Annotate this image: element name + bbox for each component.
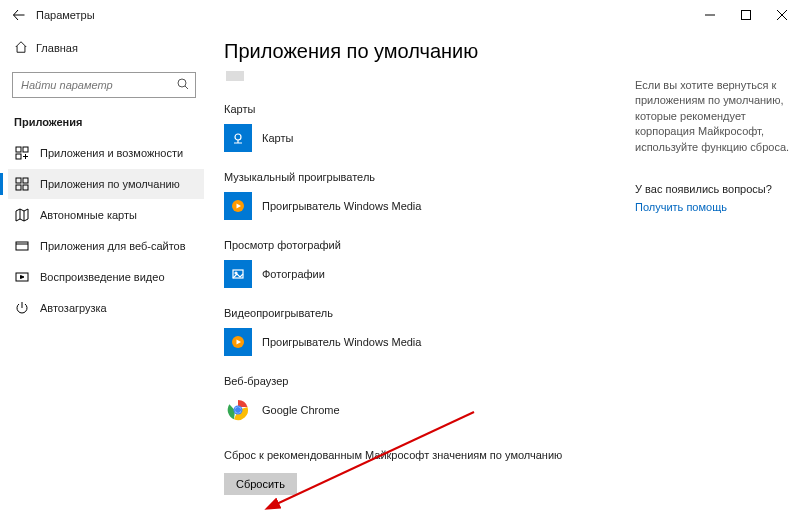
default-apps-icon (12, 177, 32, 191)
app-choice-video[interactable]: Проигрыватель Windows Media (224, 325, 635, 359)
help-link[interactable]: Получить помощь (635, 201, 790, 213)
svg-rect-9 (16, 242, 28, 250)
maps-app-icon (224, 124, 252, 152)
app-choice-music[interactable]: Проигрыватель Windows Media (224, 189, 635, 223)
group-browser: Веб-браузер Google Chrome (224, 375, 635, 427)
app-choice-photos[interactable]: Фотографии (224, 257, 635, 291)
sidebar-item-default-apps[interactable]: Приложения по умолчанию (8, 169, 204, 199)
sidebar-item-label: Приложения для веб-сайтов (40, 240, 186, 252)
group-label: Веб-браузер (224, 375, 635, 387)
group-label: Музыкальный проигрыватель (224, 171, 635, 183)
app-name: Фотографии (262, 268, 325, 280)
search-icon (177, 78, 189, 92)
startup-icon (12, 301, 32, 315)
settings-window: Параметры Главная (0, 0, 800, 511)
group-maps: Карты Карты (224, 103, 635, 155)
sidebar-item-startup[interactable]: Автозагрузка (8, 293, 204, 323)
photos-app-icon (224, 260, 252, 288)
svg-rect-7 (16, 185, 21, 190)
apps-features-icon (12, 146, 32, 160)
page-title: Приложения по умолчанию (224, 40, 635, 63)
group-label: Видеопроигрыватель (224, 307, 635, 319)
sidebar-item-label: Приложения и возможности (40, 147, 183, 159)
group-video: Видеопроигрыватель Проигрыватель Windows… (224, 307, 635, 359)
group-reset: Сброс к рекомендованным Майкрософт значе… (224, 449, 635, 495)
chrome-app-icon (224, 396, 252, 424)
sidebar-item-label: Автозагрузка (40, 302, 107, 314)
titlebar: Параметры (0, 0, 800, 30)
svg-point-19 (235, 407, 241, 413)
minimize-button[interactable] (692, 0, 728, 30)
offline-maps-icon (12, 208, 32, 222)
help-text: Если вы хотите вернуться к приложениям п… (635, 78, 790, 155)
stub-icon (226, 71, 244, 81)
svg-rect-0 (742, 11, 751, 20)
video-playback-icon (12, 270, 32, 284)
app-choice-maps[interactable]: Карты (224, 121, 635, 155)
reset-section-label: Сброс к рекомендованным Майкрософт значе… (224, 449, 635, 461)
main-panel: Приложения по умолчанию Карты Карты Музы… (204, 30, 635, 511)
sidebar-item-apps-features[interactable]: Приложения и возможности (8, 138, 204, 168)
help-question: У вас появились вопросы? (635, 183, 790, 195)
svg-rect-3 (23, 147, 28, 152)
search-input[interactable] (13, 79, 195, 91)
home-label: Главная (36, 42, 78, 54)
back-button[interactable] (8, 4, 30, 26)
group-photos: Просмотр фотографий Фотографии (224, 239, 635, 291)
sidebar-item-label: Автономные карты (40, 209, 137, 221)
group-music: Музыкальный проигрыватель Проигрыватель … (224, 171, 635, 223)
svg-rect-8 (23, 185, 28, 190)
close-button[interactable] (764, 0, 800, 30)
help-column: Если вы хотите вернуться к приложениям п… (635, 30, 800, 511)
svg-rect-5 (16, 178, 21, 183)
home-button[interactable]: Главная (8, 32, 204, 64)
app-name: Карты (262, 132, 293, 144)
sidebar: Главная Приложения Приложен (0, 30, 204, 511)
svg-rect-6 (23, 178, 28, 183)
apps-websites-icon (12, 239, 32, 253)
home-icon (14, 40, 28, 56)
sidebar-section-header: Приложения (8, 110, 204, 138)
svg-rect-4 (16, 154, 21, 159)
app-choice-browser[interactable]: Google Chrome (224, 393, 635, 427)
app-name: Проигрыватель Windows Media (262, 336, 421, 348)
wmp-app-icon (224, 192, 252, 220)
svg-point-11 (235, 134, 241, 140)
group-label: Просмотр фотографий (224, 239, 635, 251)
search-box[interactable] (12, 72, 196, 98)
svg-rect-2 (16, 147, 21, 152)
wmp-app-icon (224, 328, 252, 356)
sidebar-item-label: Приложения по умолчанию (40, 178, 180, 190)
sidebar-item-video-playback[interactable]: Воспроизведение видео (8, 262, 204, 292)
sidebar-item-apps-websites[interactable]: Приложения для веб-сайтов (8, 231, 204, 261)
sidebar-item-label: Воспроизведение видео (40, 271, 165, 283)
window-title: Параметры (36, 9, 95, 21)
sidebar-item-offline-maps[interactable]: Автономные карты (8, 200, 204, 230)
group-label: Карты (224, 103, 635, 115)
app-name: Проигрыватель Windows Media (262, 200, 421, 212)
maximize-button[interactable] (728, 0, 764, 30)
svg-point-1 (178, 79, 186, 87)
reset-button[interactable]: Сбросить (224, 473, 297, 495)
app-name: Google Chrome (262, 404, 340, 416)
